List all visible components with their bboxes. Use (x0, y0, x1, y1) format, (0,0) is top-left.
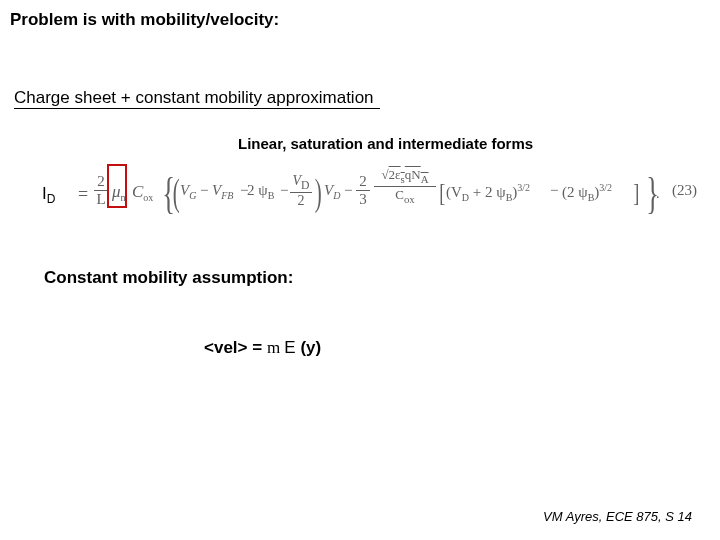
minus-4: − (344, 182, 352, 199)
vfb-sym: V (212, 182, 221, 198)
forms-caption: Linear, saturation and intermediate form… (238, 135, 533, 152)
id-d: D (47, 192, 56, 206)
equation-23: = 2 L μn Cox { ( VG − VFB − 2 ψB − VD 2 … (72, 162, 702, 226)
frac1-num: 2 (94, 174, 108, 189)
p1-exp: 3/2 (517, 182, 530, 193)
left-paren: ( (173, 170, 180, 214)
vd1-sym: V (324, 182, 333, 198)
c-ox: Cox (132, 182, 153, 203)
eq-sign: = (78, 184, 88, 205)
vd-sym: V (293, 173, 302, 188)
equation-number: (23) (672, 182, 697, 199)
slide-title: Problem is with mobility/velocity: (10, 10, 279, 30)
frac4-den: Cox (374, 188, 436, 204)
footer-credit: VM Ayres, ECE 875, S 14 (543, 509, 692, 524)
vg-sym: V (180, 182, 189, 198)
two-psi: 2 ψ (247, 182, 268, 198)
velocity-equation: <vel> = m E (y) (204, 338, 321, 358)
frac4-bar (374, 186, 436, 187)
p2-exp: 3/2 (599, 182, 612, 193)
right-bracket: ] (633, 178, 639, 208)
frac2-num: VD (290, 174, 312, 191)
minus-5: − (550, 182, 558, 199)
cox-sym: C (132, 182, 143, 201)
red-highlight-box (107, 164, 127, 208)
frac-2-over-L: 2 L (94, 174, 108, 207)
minus-1: − (200, 182, 208, 199)
frac2-den: 2 (290, 194, 312, 208)
v-fb: VFB (212, 182, 233, 201)
psi-sub: B (268, 190, 275, 201)
vfb-sub: FB (221, 190, 233, 201)
two-psi-b-1: 2 ψB (247, 182, 274, 201)
vel-lhs: <vel> = (204, 338, 267, 357)
vg-sub: G (189, 190, 196, 201)
assumption-heading: Constant mobility assumption: (44, 268, 293, 288)
mu-symbol: m (267, 338, 284, 357)
equation-block: ID = 2 L μn Cox { ( VG − VFB − 2 ψB − VD… (34, 162, 704, 226)
frac3-den: 3 (356, 192, 370, 207)
left-bracket: [ (439, 178, 445, 208)
vel-arg: (y) (296, 338, 322, 357)
subtitle-text: Charge sheet + constant mobility approxi… (14, 88, 374, 108)
v-d-outer: VD (324, 182, 340, 201)
frac-2-over-3: 2 3 (356, 174, 370, 207)
term-2psib-32: (2 ψB)3/2 (562, 182, 612, 203)
frac1-den: L (94, 192, 108, 207)
frac-vd-over-2: VD 2 (290, 174, 312, 208)
subtitle-underline (14, 108, 380, 109)
frac4-num: √2εsqNA (374, 168, 436, 185)
v-g: VG (180, 182, 196, 201)
slide: Problem is with mobility/velocity: Charg… (0, 0, 720, 540)
e-field-symbol: E (284, 338, 295, 357)
term-vd-2psib-32: (VD + 2 ψB)3/2 (446, 182, 530, 203)
right-paren: ) (315, 170, 322, 214)
vd1-sub: D (333, 190, 340, 201)
trailing-dot: . (656, 186, 660, 202)
vd-sub: D (301, 179, 309, 192)
frac-sqrt-over-cox: √2εsqNA Cox (374, 168, 436, 205)
cox-sub: ox (143, 192, 153, 203)
minus-3: − (280, 182, 288, 199)
frac3-num: 2 (356, 174, 370, 189)
drain-current-symbol: ID (42, 184, 55, 206)
